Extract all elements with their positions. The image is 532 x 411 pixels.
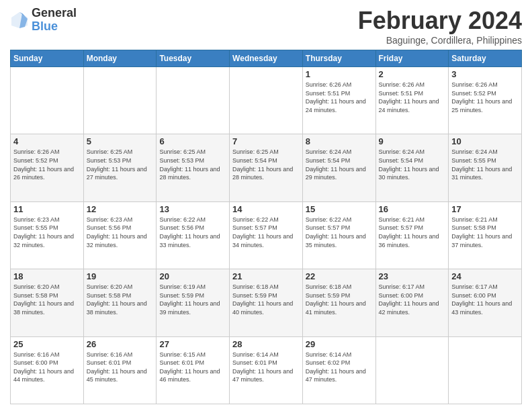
calendar-cell: 22Sunrise: 6:18 AM Sunset: 5:59 PM Dayli…: [302, 269, 375, 336]
week-row-2: 4Sunrise: 6:26 AM Sunset: 5:52 PM Daylig…: [11, 134, 522, 201]
day-number: 19: [87, 271, 154, 281]
day-number: 15: [306, 204, 373, 214]
calendar-cell: 7Sunrise: 6:25 AM Sunset: 5:54 PM Daylig…: [230, 134, 303, 201]
calendar-cell: 12Sunrise: 6:23 AM Sunset: 5:56 PM Dayli…: [83, 201, 157, 269]
day-info: Sunrise: 6:22 AM Sunset: 5:57 PM Dayligh…: [306, 216, 373, 249]
day-info: Sunrise: 6:19 AM Sunset: 5:59 PM Dayligh…: [159, 283, 226, 316]
day-info: Sunrise: 6:22 AM Sunset: 5:57 PM Dayligh…: [232, 216, 300, 249]
day-number: 29: [306, 339, 373, 349]
weekday-header-tuesday: Tuesday: [157, 50, 230, 67]
calendar-cell: 9Sunrise: 6:24 AM Sunset: 5:54 PM Daylig…: [375, 134, 449, 201]
calendar-cell: 26Sunrise: 6:16 AM Sunset: 6:01 PM Dayli…: [83, 336, 157, 404]
day-number: 3: [451, 69, 519, 79]
week-row-5: 25Sunrise: 6:16 AM Sunset: 6:00 PM Dayli…: [11, 336, 522, 404]
logo-blue: Blue: [32, 20, 77, 34]
calendar-cell: [157, 67, 230, 134]
day-info: Sunrise: 6:17 AM Sunset: 6:00 PM Dayligh…: [379, 283, 446, 316]
calendar-cell: 25Sunrise: 6:16 AM Sunset: 6:00 PM Dayli…: [11, 336, 84, 404]
calendar-table: SundayMondayTuesdayWednesdayThursdayFrid…: [10, 50, 522, 404]
day-info: Sunrise: 6:14 AM Sunset: 6:01 PM Dayligh…: [232, 351, 300, 384]
day-number: 28: [232, 339, 300, 349]
day-number: 10: [451, 136, 519, 146]
day-number: 23: [379, 271, 446, 281]
week-row-3: 11Sunrise: 6:23 AM Sunset: 5:55 PM Dayli…: [11, 201, 522, 269]
calendar-cell: 11Sunrise: 6:23 AM Sunset: 5:55 PM Dayli…: [11, 201, 84, 269]
day-number: 26: [87, 339, 154, 349]
calendar-cell: 14Sunrise: 6:22 AM Sunset: 5:57 PM Dayli…: [230, 201, 303, 269]
day-info: Sunrise: 6:14 AM Sunset: 6:02 PM Dayligh…: [306, 351, 373, 384]
day-info: Sunrise: 6:21 AM Sunset: 5:58 PM Dayligh…: [451, 216, 519, 249]
calendar-title: February 2024: [358, 7, 522, 35]
day-number: 9: [379, 136, 446, 146]
title-block: February 2024 Baguinge, Cordillera, Phil…: [358, 7, 522, 46]
day-number: 1: [306, 69, 373, 79]
day-number: 4: [13, 136, 81, 146]
logo-general: General: [32, 7, 77, 20]
calendar-cell: 8Sunrise: 6:24 AM Sunset: 5:54 PM Daylig…: [302, 134, 375, 201]
day-number: 6: [159, 136, 226, 146]
day-info: Sunrise: 6:21 AM Sunset: 5:57 PM Dayligh…: [379, 216, 446, 249]
calendar-cell: 18Sunrise: 6:20 AM Sunset: 5:58 PM Dayli…: [11, 269, 84, 336]
calendar-cell: 20Sunrise: 6:19 AM Sunset: 5:59 PM Dayli…: [157, 269, 230, 336]
calendar-cell: 13Sunrise: 6:22 AM Sunset: 5:56 PM Dayli…: [157, 201, 230, 269]
day-number: 18: [13, 271, 81, 281]
day-info: Sunrise: 6:15 AM Sunset: 6:01 PM Dayligh…: [159, 351, 226, 384]
weekday-header-saturday: Saturday: [449, 50, 522, 67]
weekday-header-sunday: Sunday: [11, 50, 84, 67]
day-info: Sunrise: 6:24 AM Sunset: 5:54 PM Dayligh…: [306, 148, 373, 181]
calendar-cell: [83, 67, 157, 134]
calendar-location: Baguinge, Cordillera, Philippines: [358, 35, 522, 46]
day-info: Sunrise: 6:24 AM Sunset: 5:54 PM Dayligh…: [379, 148, 446, 181]
day-number: 27: [159, 339, 226, 349]
calendar-cell: 1Sunrise: 6:26 AM Sunset: 5:51 PM Daylig…: [302, 67, 375, 134]
page: General Blue February 2024 Baguinge, Cor…: [0, 0, 532, 411]
day-info: Sunrise: 6:20 AM Sunset: 5:58 PM Dayligh…: [87, 283, 154, 316]
day-info: Sunrise: 6:22 AM Sunset: 5:56 PM Dayligh…: [159, 216, 226, 249]
logo-text: General Blue: [32, 7, 77, 34]
day-info: Sunrise: 6:23 AM Sunset: 5:55 PM Dayligh…: [13, 216, 81, 249]
day-info: Sunrise: 6:18 AM Sunset: 5:59 PM Dayligh…: [232, 283, 300, 316]
logo-icon: [10, 11, 29, 30]
day-info: Sunrise: 6:18 AM Sunset: 5:59 PM Dayligh…: [306, 283, 373, 316]
day-number: 5: [87, 136, 154, 146]
day-info: Sunrise: 6:16 AM Sunset: 6:00 PM Dayligh…: [13, 351, 81, 384]
day-number: 13: [159, 204, 226, 214]
weekday-header-monday: Monday: [83, 50, 157, 67]
calendar-cell: [11, 67, 84, 134]
calendar-cell: [449, 336, 522, 404]
calendar-cell: 24Sunrise: 6:17 AM Sunset: 6:00 PM Dayli…: [449, 269, 522, 336]
week-row-4: 18Sunrise: 6:20 AM Sunset: 5:58 PM Dayli…: [11, 269, 522, 336]
day-number: 24: [451, 271, 519, 281]
day-info: Sunrise: 6:16 AM Sunset: 6:01 PM Dayligh…: [87, 351, 154, 384]
day-number: 20: [159, 271, 226, 281]
calendar-cell: 16Sunrise: 6:21 AM Sunset: 5:57 PM Dayli…: [375, 201, 449, 269]
calendar-cell: [230, 67, 303, 134]
day-number: 2: [379, 69, 446, 79]
week-row-1: 1Sunrise: 6:26 AM Sunset: 5:51 PM Daylig…: [11, 67, 522, 134]
logo: General Blue: [10, 7, 77, 34]
weekday-header-wednesday: Wednesday: [230, 50, 303, 67]
day-info: Sunrise: 6:25 AM Sunset: 5:53 PM Dayligh…: [159, 148, 226, 181]
calendar-cell: 3Sunrise: 6:26 AM Sunset: 5:52 PM Daylig…: [449, 67, 522, 134]
day-info: Sunrise: 6:26 AM Sunset: 5:52 PM Dayligh…: [451, 81, 519, 114]
day-info: Sunrise: 6:25 AM Sunset: 5:53 PM Dayligh…: [87, 148, 154, 181]
day-info: Sunrise: 6:24 AM Sunset: 5:55 PM Dayligh…: [451, 148, 519, 181]
calendar-cell: 6Sunrise: 6:25 AM Sunset: 5:53 PM Daylig…: [157, 134, 230, 201]
calendar-cell: 4Sunrise: 6:26 AM Sunset: 5:52 PM Daylig…: [11, 134, 84, 201]
calendar-cell: [375, 336, 449, 404]
day-number: 8: [306, 136, 373, 146]
day-number: 11: [13, 204, 81, 214]
day-number: 14: [232, 204, 300, 214]
weekday-header-friday: Friday: [375, 50, 449, 67]
weekday-header-thursday: Thursday: [302, 50, 375, 67]
day-info: Sunrise: 6:26 AM Sunset: 5:51 PM Dayligh…: [379, 81, 446, 114]
day-info: Sunrise: 6:17 AM Sunset: 6:00 PM Dayligh…: [451, 283, 519, 316]
calendar-cell: 21Sunrise: 6:18 AM Sunset: 5:59 PM Dayli…: [230, 269, 303, 336]
day-number: 7: [232, 136, 300, 146]
day-info: Sunrise: 6:26 AM Sunset: 5:51 PM Dayligh…: [306, 81, 373, 114]
weekday-header-row: SundayMondayTuesdayWednesdayThursdayFrid…: [11, 50, 522, 67]
day-number: 16: [379, 204, 446, 214]
calendar-cell: 2Sunrise: 6:26 AM Sunset: 5:51 PM Daylig…: [375, 67, 449, 134]
day-number: 21: [232, 271, 300, 281]
day-number: 22: [306, 271, 373, 281]
